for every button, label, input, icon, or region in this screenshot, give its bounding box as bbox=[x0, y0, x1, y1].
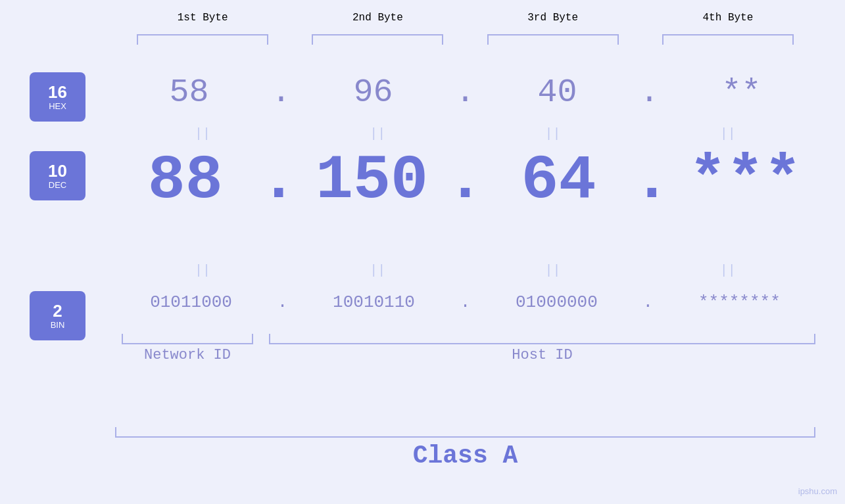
eq2-b1: || bbox=[137, 263, 268, 278]
eq1-b2: || bbox=[312, 126, 443, 141]
bin-dot3: . bbox=[643, 292, 654, 312]
page: 1st Byte 2nd Byte 3rd Byte 4th Byte 16 H… bbox=[0, 0, 845, 504]
bin-values: 01011000 . 10010110 . 01000000 . *******… bbox=[115, 292, 815, 312]
network-id-label: Network ID bbox=[144, 347, 231, 363]
watermark: ipshu.com bbox=[798, 486, 837, 496]
byte2-label: 2nd Byte bbox=[305, 12, 450, 24]
class-section: Class A bbox=[115, 427, 815, 470]
hex-byte4: ** bbox=[675, 74, 807, 111]
byte4-label: 4th Byte bbox=[656, 12, 800, 24]
hex-values: 58 . 96 . 40 . ** bbox=[115, 74, 815, 111]
hex-dot2: . bbox=[455, 74, 475, 111]
dec-byte2: 150 bbox=[306, 145, 438, 216]
bin-row: 01011000 . 10010110 . 01000000 . *******… bbox=[0, 283, 845, 322]
dec-byte4: *** bbox=[679, 145, 811, 216]
dec-dot2: . bbox=[447, 145, 484, 216]
byte-labels-row: 1st Byte 2nd Byte 3rd Byte 4th Byte bbox=[115, 12, 815, 24]
host-bracket-line bbox=[269, 334, 815, 344]
dec-values: 88 . 150 . 64 . *** bbox=[115, 145, 815, 216]
eq2-b4: || bbox=[662, 263, 794, 278]
hex-dot1: . bbox=[271, 74, 291, 111]
eq2-b3: || bbox=[487, 263, 619, 278]
dec-dot1: . bbox=[260, 145, 297, 216]
hex-row: 58 . 96 . 40 . ** bbox=[0, 66, 845, 118]
eq1-b1: || bbox=[137, 126, 268, 141]
dec-byte3: 64 bbox=[493, 145, 624, 216]
bracket-top-4 bbox=[662, 34, 794, 45]
class-bracket bbox=[115, 427, 815, 438]
eq2-b2: || bbox=[312, 263, 443, 278]
dec-byte1: 88 bbox=[120, 145, 251, 216]
bracket-top-1 bbox=[137, 34, 268, 45]
host-bracket-wrap: Host ID bbox=[269, 334, 815, 363]
equals-row-1: || || || || bbox=[115, 126, 815, 141]
network-bracket-wrap: Network ID bbox=[115, 334, 260, 363]
bin-dot1: . bbox=[278, 292, 288, 312]
network-host-section: Network ID Host ID bbox=[115, 334, 815, 363]
host-id-label: Host ID bbox=[512, 347, 572, 363]
network-bracket-line bbox=[122, 334, 253, 344]
eq1-b4: || bbox=[662, 126, 794, 141]
byte3-label: 3rd Byte bbox=[481, 12, 625, 24]
dec-dot3: . bbox=[633, 145, 671, 216]
bin-dot2: . bbox=[460, 292, 471, 312]
hex-byte3: 40 bbox=[491, 74, 623, 111]
bin-byte4: ******** bbox=[673, 292, 805, 312]
equals-row-2: || || || || bbox=[115, 263, 815, 278]
class-label: Class A bbox=[115, 442, 815, 470]
hex-byte2: 96 bbox=[307, 74, 439, 111]
eq1-b3: || bbox=[487, 126, 619, 141]
bracket-top-2 bbox=[312, 34, 443, 45]
hex-dot3: . bbox=[639, 74, 659, 111]
bracket-top-3 bbox=[487, 34, 619, 45]
hex-byte1: 58 bbox=[123, 74, 254, 111]
byte1-label: 1st Byte bbox=[130, 12, 275, 24]
top-bracket-row bbox=[115, 34, 815, 45]
dec-row: 88 . 150 . 64 . *** bbox=[0, 141, 845, 220]
bin-byte2: 10010110 bbox=[308, 292, 440, 312]
bin-byte1: 01011000 bbox=[126, 292, 257, 312]
bin-byte3: 01000000 bbox=[491, 292, 622, 312]
